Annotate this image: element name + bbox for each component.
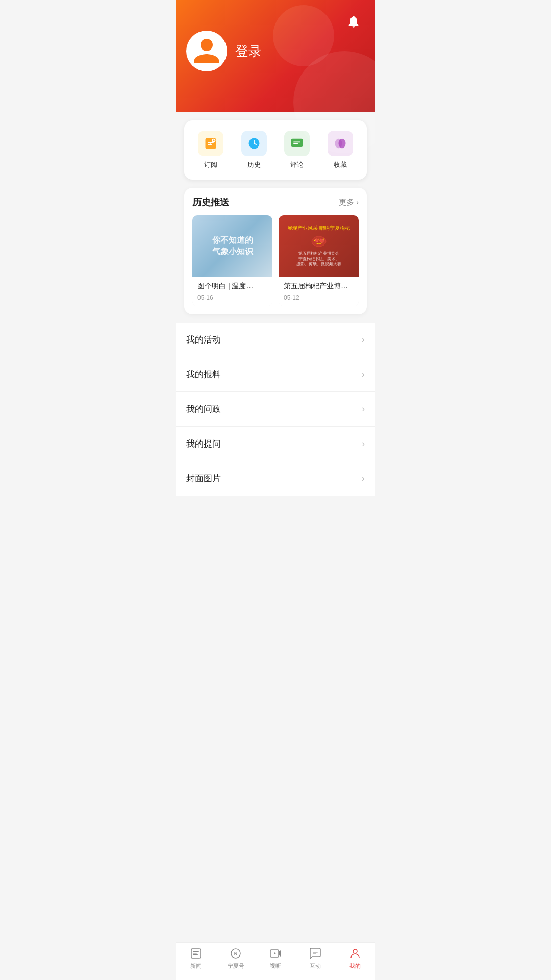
svg-rect-8	[291, 139, 303, 147]
interact-nav-label: 互动	[310, 962, 321, 970]
svg-text:N: N	[234, 951, 238, 957]
activities-label: 我的活动	[186, 334, 221, 346]
nav-video[interactable]: 视听	[260, 947, 291, 970]
quick-action-history[interactable]: 历史	[236, 131, 272, 169]
red-card-content: 展现产业风采 唱响宁夏枸杞 第五届枸杞产业博览会宁夏枸杞书法、美术、摄影、剪纸、…	[283, 220, 354, 271]
news-card-1-image: 你不知道的气象小知识	[192, 215, 272, 277]
questions-label: 我的提问	[186, 438, 221, 450]
history-section-title: 历史推送	[192, 196, 229, 208]
nav-ningxia[interactable]: N 宁夏号	[220, 947, 251, 970]
news-card-1-date: 05-16	[197, 294, 267, 301]
mine-nav-icon	[348, 947, 362, 960]
person-icon	[349, 947, 361, 960]
report-chevron-icon: ›	[362, 369, 365, 380]
news-nav-label: 新闻	[190, 962, 202, 970]
favorite-label: 收藏	[334, 160, 347, 169]
subscribe-label: 订阅	[204, 160, 217, 169]
news-nav-icon	[189, 947, 203, 960]
mine-nav-label: 我的	[349, 962, 361, 970]
svg-point-26	[353, 949, 357, 953]
nav-news[interactable]: 新闻	[181, 947, 211, 970]
svg-rect-18	[193, 951, 199, 952]
news-card-1-title: 图个明白 | 温度…	[197, 282, 267, 291]
news-card-2-body: 第五届枸杞产业博… 05-12	[279, 277, 359, 306]
svg-point-7	[254, 143, 255, 144]
svg-rect-24	[313, 952, 318, 953]
menu-item-cover[interactable]: 封面图片 ›	[176, 461, 375, 496]
cover-chevron-icon: ›	[362, 473, 365, 484]
questions-chevron-icon: ›	[362, 438, 365, 449]
news-card-2-title: 第五届枸杞产业博…	[284, 282, 354, 291]
nav-mine[interactable]: 我的	[340, 947, 370, 970]
ningxia-icon: N	[230, 947, 242, 960]
quick-action-subscribe[interactable]: + + 订阅	[193, 131, 229, 169]
menu-item-activities[interactable]: 我的活动 ›	[176, 323, 375, 357]
history-icon-container	[241, 131, 267, 156]
news-card-2[interactable]: 展现产业风采 唱响宁夏枸杞 第五届枸杞产业博览会宁夏枸杞书法、美术、摄影、剪纸、…	[279, 215, 359, 306]
menu-list: 我的活动 › 我的报料 › 我的问政 › 我的提问 › 封面图片 ›	[176, 323, 375, 496]
menu-item-report[interactable]: 我的报料 ›	[176, 357, 375, 392]
subscribe-icon: + +	[204, 136, 218, 151]
svg-point-14	[315, 239, 318, 242]
goji-decoration-icon	[309, 234, 329, 249]
menu-item-questions[interactable]: 我的提问 ›	[176, 427, 375, 461]
politics-chevron-icon: ›	[362, 404, 365, 414]
activities-chevron-icon: ›	[362, 334, 365, 345]
news-cards-container: 你不知道的气象小知识 图个明白 | 温度… 05-16 展现产业风采 唱响宁夏枸…	[192, 215, 359, 306]
svg-rect-10	[293, 143, 298, 144]
video-icon	[269, 947, 282, 960]
bell-icon	[346, 14, 361, 29]
comment-icon	[290, 136, 304, 151]
red-header-text: 展现产业风采 唱响宁夏枸杞	[287, 225, 350, 232]
section-header: 历史推送 更多 ›	[192, 196, 359, 208]
svg-rect-9	[293, 142, 300, 143]
newspaper-icon	[190, 947, 202, 960]
menu-item-politics[interactable]: 我的问政 ›	[176, 392, 375, 427]
avatar	[186, 31, 227, 71]
report-label: 我的报料	[186, 369, 221, 380]
svg-point-16	[320, 239, 323, 243]
more-button[interactable]: 更多 ›	[339, 198, 359, 207]
more-label: 更多	[339, 198, 354, 207]
header: 登录	[176, 0, 375, 112]
svg-rect-20	[193, 954, 198, 955]
video-nav-icon	[269, 947, 282, 960]
login-button[interactable]: 登录	[235, 42, 262, 60]
bottom-nav: 新闻 N 宁夏号 视听 互动	[176, 942, 375, 980]
avatar-icon	[191, 36, 222, 66]
history-section: 历史推送 更多 › 你不知道的气象小知识 图个明白 | 温度… 05-16 展现…	[184, 188, 367, 314]
news-card-2-image: 展现产业风采 唱响宁夏枸杞 第五届枸杞产业博览会宁夏枸杞书法、美术、摄影、剪纸、…	[279, 215, 359, 277]
subscribe-icon-container: + +	[198, 131, 223, 156]
svg-text:+: +	[213, 139, 215, 142]
ningxia-nav-label: 宁夏号	[228, 962, 244, 970]
interact-icon	[309, 947, 321, 960]
svg-rect-25	[313, 954, 316, 955]
notification-bell[interactable]	[342, 10, 365, 33]
weather-card-text: 你不知道的气象小知识	[207, 230, 258, 263]
svg-rect-2	[208, 142, 214, 143]
red-sub-text: 第五届枸杞产业博览会宁夏枸杞书法、美术、摄影、剪纸、微视频大赛	[287, 251, 350, 267]
history-label: 历史	[247, 160, 261, 169]
comment-label: 评论	[290, 160, 304, 169]
svg-rect-3	[208, 144, 212, 145]
news-card-1-body: 图个明白 | 温度… 05-16	[192, 277, 272, 306]
cover-label: 封面图片	[186, 473, 221, 484]
news-card-1[interactable]: 你不知道的气象小知识 图个明白 | 温度… 05-16	[192, 215, 272, 306]
politics-label: 我的问政	[186, 403, 221, 415]
news-card-2-date: 05-12	[284, 294, 354, 301]
nav-interact[interactable]: 互动	[300, 947, 331, 970]
ningxia-nav-icon: N	[229, 947, 242, 960]
history-icon	[247, 136, 261, 151]
chevron-right-icon: ›	[356, 198, 359, 206]
interact-nav-icon	[309, 947, 322, 960]
svg-text:+: +	[209, 140, 213, 147]
svg-rect-19	[193, 953, 197, 954]
video-nav-label: 视听	[270, 962, 281, 970]
